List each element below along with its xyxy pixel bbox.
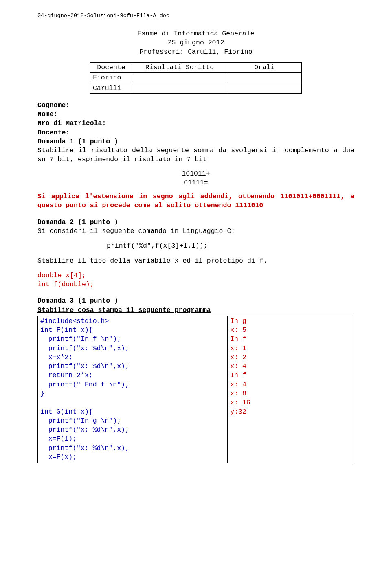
label-nome: Nome:: [37, 110, 354, 119]
label-docente: Docente:: [37, 128, 354, 137]
domanda2-sol1: double x[4];: [37, 271, 354, 280]
td-empty: [132, 73, 227, 83]
domanda2-intro: Si consideri il seguente comando in Ling…: [37, 227, 354, 236]
domanda2-head: Domanda 2 (1 punto ): [37, 218, 354, 227]
domanda2-ask: Stabilire il tipo della variabile x ed i…: [37, 257, 354, 265]
table-row: #include<stdio.h> int F(int x){ printf("…: [38, 316, 354, 463]
th-docente: Docente: [90, 63, 132, 73]
table-row: Fiorino: [90, 73, 302, 83]
domanda3-ask: Stabilire cosa stampa il seguente progra…: [37, 306, 354, 315]
title-line-3: Professori: Carulli, Fiorino: [37, 48, 354, 57]
label-cognome: Cognome:: [37, 101, 354, 110]
td-fiorino: Fiorino: [90, 73, 132, 83]
th-orali: Orali: [227, 63, 302, 73]
label-matricola: Nro di Matricola:: [37, 119, 354, 128]
table-header-row: Docente Risultati Scritto Orali: [90, 63, 302, 73]
domanda2-printf: printf("%d",f(x[3]+1.1));: [37, 241, 354, 250]
table-row: Carulli: [90, 83, 302, 93]
document-page: 04-giugno-2012-Soluzioni-9cfu-Fila-A.doc…: [0, 0, 391, 475]
td-empty: [132, 83, 227, 93]
code-output-table: #include<stdio.h> int F(int x){ printf("…: [37, 316, 354, 463]
td-empty: [227, 83, 302, 93]
docente-table: Docente Risultati Scritto Orali Fiorino …: [90, 62, 302, 94]
math-line-2: 01111=: [37, 178, 354, 187]
domanda1-body: Stabilire il risultato della seguente so…: [37, 146, 354, 165]
math-line-1: 101011+: [37, 169, 354, 178]
title-line-2: 25 giugno 2012: [37, 38, 354, 47]
title-line-1: Esame di Informatica Generale: [37, 29, 354, 38]
td-carulli: Carulli: [90, 83, 132, 93]
filename-header: 04-giugno-2012-Soluzioni-9cfu-Fila-A.doc: [37, 12, 354, 20]
code-cell: #include<stdio.h> int F(int x){ printf("…: [38, 316, 228, 463]
th-risultati: Risultati Scritto: [132, 63, 227, 73]
domanda1-solution: Si applica l'estensione in segno agli ad…: [37, 192, 354, 211]
domanda1-head: Domanda 1 (1 punto ): [37, 137, 354, 146]
output-cell: In g x: 5 In f x: 1 x: 2 x: 4 In f x: 4 …: [228, 316, 354, 463]
domanda2-sol2: int f(double);: [37, 280, 354, 289]
td-empty: [227, 73, 302, 83]
title-block: Esame di Informatica Generale 25 giugno …: [37, 29, 354, 57]
domanda1-math: 101011+ 01111=: [37, 169, 354, 188]
domanda3-head: Domanda 3 (1 punto ): [37, 296, 354, 305]
